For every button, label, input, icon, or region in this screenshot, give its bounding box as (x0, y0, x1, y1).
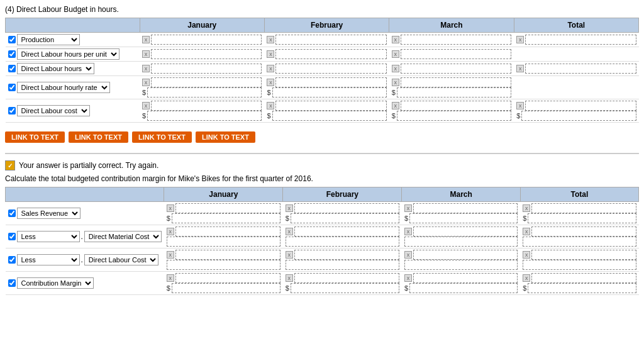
x-button[interactable]: x (142, 79, 150, 86)
x-button[interactable]: x (286, 251, 293, 259)
row-checkbox[interactable] (8, 50, 16, 58)
row-label-select[interactable]: Direct Material Cost (84, 231, 162, 242)
dashed-input[interactable] (151, 49, 262, 59)
dashed-input[interactable] (521, 111, 636, 121)
dashed-input[interactable] (525, 35, 636, 45)
dashed-input[interactable] (151, 77, 262, 87)
dashed-input[interactable] (167, 260, 280, 270)
row-checkbox[interactable] (8, 233, 16, 240)
row-label-select[interactable]: Direct Labour hours per unit (17, 48, 119, 60)
dashed-input[interactable] (175, 250, 280, 260)
x-button[interactable]: x (516, 36, 524, 43)
row-label-select[interactable]: Direct Labour hours (17, 63, 94, 74)
row-checkbox[interactable] (8, 65, 16, 72)
x-button[interactable]: x (516, 65, 524, 72)
x-button[interactable]: x (523, 251, 530, 259)
less-select[interactable]: Less (17, 254, 80, 265)
dashed-input[interactable] (275, 101, 386, 111)
x-button[interactable]: x (523, 274, 530, 282)
dashed-input[interactable] (275, 49, 386, 59)
dashed-input[interactable] (409, 283, 518, 293)
x-button[interactable]: x (142, 65, 150, 72)
dashed-input[interactable] (294, 226, 399, 237)
row-label-select[interactable]: Direct Labour Cost (84, 254, 158, 265)
dashed-input[interactable] (413, 226, 518, 237)
row-checkbox[interactable] (8, 256, 16, 264)
dashed-input[interactable] (523, 260, 636, 270)
link-to-text-btn-3[interactable]: LINK TO TEXT (132, 131, 192, 143)
dashed-input[interactable] (404, 237, 518, 247)
x-button[interactable]: x (167, 251, 174, 259)
dashed-input[interactable] (525, 64, 636, 74)
x-button[interactable]: x (167, 204, 174, 212)
x-button[interactable]: x (392, 65, 399, 72)
x-button[interactable]: x (516, 102, 524, 109)
dashed-input[interactable] (294, 250, 399, 260)
dashed-input[interactable] (523, 237, 636, 247)
dashed-input[interactable] (275, 35, 386, 45)
dashed-input[interactable] (397, 111, 511, 121)
link-to-text-btn-2[interactable]: LINK TO TEXT (69, 131, 128, 143)
x-button[interactable]: x (404, 251, 412, 259)
x-button[interactable]: x (142, 36, 150, 43)
dashed-input[interactable] (531, 203, 636, 213)
dashed-input[interactable] (172, 283, 280, 293)
dashed-input[interactable] (397, 87, 511, 98)
row-label-select[interactable]: Production (17, 34, 80, 45)
dashed-input[interactable] (528, 213, 636, 223)
x-button[interactable]: x (392, 102, 399, 109)
dashed-input[interactable] (275, 64, 386, 74)
row-label-select[interactable]: Contribution Margin (17, 277, 94, 289)
x-button[interactable]: x (404, 274, 412, 282)
dashed-input[interactable] (413, 273, 518, 283)
dashed-input[interactable] (175, 226, 280, 237)
dashed-input[interactable] (291, 213, 399, 223)
dashed-input[interactable] (294, 273, 399, 283)
x-button[interactable]: x (523, 228, 530, 235)
dashed-input[interactable] (275, 77, 386, 87)
link-to-text-btn-1[interactable]: LINK TO TEXT (5, 131, 65, 143)
dashed-input[interactable] (531, 273, 636, 283)
x-button[interactable]: x (267, 65, 274, 72)
dashed-input[interactable] (409, 213, 518, 223)
x-button[interactable]: x (392, 50, 399, 58)
row-checkbox[interactable] (8, 36, 16, 43)
dashed-input[interactable] (531, 226, 636, 237)
row-checkbox[interactable] (8, 84, 16, 91)
dashed-input[interactable] (172, 213, 280, 223)
dashed-input[interactable] (147, 111, 262, 121)
dashed-input[interactable] (147, 87, 262, 98)
dashed-input[interactable] (401, 35, 511, 45)
x-button[interactable]: x (267, 79, 274, 86)
row-label-select[interactable]: Direct Labour cost (17, 105, 90, 116)
dashed-input[interactable] (413, 203, 518, 213)
dashed-input[interactable] (404, 260, 518, 270)
x-button[interactable]: x (267, 50, 274, 58)
dashed-input[interactable] (286, 237, 399, 247)
dashed-input[interactable] (291, 283, 399, 293)
x-button[interactable]: x (142, 50, 150, 58)
x-button[interactable]: x (267, 36, 274, 43)
dashed-input[interactable] (294, 203, 399, 213)
row-checkbox[interactable] (8, 279, 16, 287)
dashed-input[interactable] (401, 64, 511, 74)
row-checkbox[interactable] (8, 107, 16, 114)
dashed-input[interactable] (528, 283, 636, 293)
x-button[interactable]: x (523, 204, 530, 212)
dashed-input[interactable] (531, 250, 636, 260)
dashed-input[interactable] (175, 273, 280, 283)
x-button[interactable]: x (286, 204, 293, 212)
x-button[interactable]: x (167, 228, 174, 235)
x-button[interactable]: x (404, 228, 412, 235)
x-button[interactable]: x (167, 274, 174, 282)
x-button[interactable]: x (392, 79, 399, 86)
dashed-input[interactable] (286, 260, 399, 270)
x-button[interactable]: x (142, 102, 150, 109)
dashed-input[interactable] (401, 77, 511, 87)
x-button[interactable]: x (286, 274, 293, 282)
row-label-select[interactable]: Sales Revenue (17, 208, 80, 219)
dashed-input[interactable] (272, 111, 387, 121)
less-select[interactable]: Less (17, 231, 80, 242)
link-to-text-btn-4[interactable]: LINK TO TEXT (196, 131, 255, 143)
row-label-select[interactable]: Direct Labour hourly rate (17, 82, 110, 93)
